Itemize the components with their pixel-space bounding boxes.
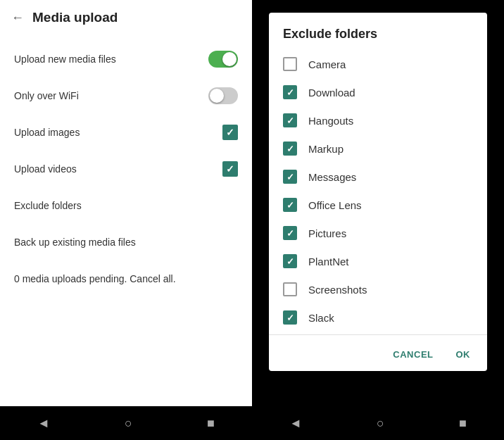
folder-checkbox-camera[interactable] (283, 57, 297, 71)
folder-label-markup: Markup (308, 143, 344, 155)
checkbox-upload-videos[interactable] (222, 161, 238, 177)
folder-label-screenshots: Screenshots (308, 284, 367, 296)
left-nav-recents-icon[interactable]: ■ (207, 416, 215, 431)
folder-label-download: Download (308, 87, 355, 99)
dialog-folder-item[interactable]: Messages (269, 163, 487, 191)
right-nav-home-icon[interactable]: ○ (377, 416, 384, 431)
dialog-folder-item[interactable]: Slack (269, 303, 487, 332)
folder-checkbox-pictures[interactable] (283, 226, 297, 240)
setting-back-up-existing[interactable]: Back up existing media files (0, 224, 252, 260)
dialog-divider (269, 334, 487, 335)
dialog-folder-item[interactable]: Markup (269, 134, 487, 163)
left-nav-home-icon[interactable]: ○ (125, 416, 132, 431)
folder-checkbox-plantnet[interactable] (283, 254, 297, 268)
folder-label-pictures: Pictures (308, 227, 346, 239)
folder-label-office-lens: Office Lens (308, 199, 362, 211)
toggle-only-wifi[interactable] (208, 87, 238, 104)
dialog-actions: CANCEL OK (269, 338, 487, 371)
setting-pending[interactable]: 0 media uploads pending. Cancel all. (0, 260, 252, 297)
left-panel: ← Media upload Upload new media files On… (0, 0, 252, 440)
setting-label-only-wifi: Only over WiFi (14, 90, 79, 101)
left-content: ← Media upload Upload new media files On… (0, 0, 252, 406)
dialog-folder-item[interactable]: Screenshots (269, 275, 487, 303)
header: ← Media upload (0, 0, 252, 35)
dialog-folder-item[interactable]: PlantNet (269, 247, 487, 275)
setting-label-upload-videos: Upload videos (14, 163, 77, 175)
dialog-folder-item[interactable]: Camera (269, 50, 487, 78)
right-nav-back-icon[interactable]: ◄ (289, 416, 302, 431)
dialog-folder-list: CameraDownloadHangoutsMarkupMessagesOffi… (269, 50, 487, 332)
left-nav-bar: ◄ ○ ■ (0, 406, 252, 440)
folder-label-camera: Camera (308, 58, 346, 70)
folder-checkbox-messages[interactable] (283, 170, 297, 184)
dialog-folder-item[interactable]: Office Lens (269, 191, 487, 219)
cancel-button[interactable]: CANCEL (384, 344, 441, 365)
exclude-folders-dialog: Exclude folders CameraDownloadHangoutsMa… (269, 13, 487, 371)
dialog-title: Exclude folders (269, 13, 487, 50)
toggle-upload-new[interactable] (208, 51, 238, 68)
setting-upload-videos[interactable]: Upload videos (0, 151, 252, 187)
dialog-folder-item[interactable]: Download (269, 78, 487, 106)
setting-upload-new[interactable]: Upload new media files (0, 41, 252, 77)
folder-label-hangouts: Hangouts (308, 115, 353, 127)
folder-checkbox-screenshots[interactable] (283, 282, 297, 296)
setting-exclude-folders[interactable]: Exclude folders (0, 187, 252, 224)
setting-only-wifi[interactable]: Only over WiFi (0, 77, 252, 114)
folder-checkbox-markup[interactable] (283, 142, 297, 156)
setting-label-upload-images: Upload images (14, 127, 80, 138)
setting-label-upload-new: Upload new media files (14, 54, 116, 65)
dialog-folder-item[interactable]: Hangouts (269, 106, 487, 134)
folder-label-slack: Slack (308, 312, 334, 324)
setting-label-back-up-existing: Back up existing media files (14, 237, 136, 248)
left-nav-back-icon[interactable]: ◄ (37, 416, 50, 431)
folder-checkbox-hangouts[interactable] (283, 113, 297, 127)
setting-upload-images[interactable]: Upload images (0, 114, 252, 151)
folder-checkbox-download[interactable] (283, 85, 297, 99)
ok-button[interactable]: OK (448, 344, 479, 365)
page-title: Media upload (32, 10, 118, 25)
toggle-knob-upload-new (222, 52, 237, 66)
folder-checkbox-slack[interactable] (283, 310, 297, 325)
checkbox-upload-images[interactable] (222, 125, 238, 140)
setting-label-exclude-folders: Exclude folders (14, 200, 82, 211)
dialog-folder-item[interactable]: Pictures (269, 219, 487, 247)
right-panel: Exclude folders CameraDownloadHangoutsMa… (252, 0, 504, 440)
folder-checkbox-office-lens[interactable] (283, 198, 297, 212)
right-nav-recents-icon[interactable]: ■ (459, 416, 467, 431)
setting-label-pending: 0 media uploads pending. Cancel all. (14, 273, 176, 284)
folder-label-plantnet: PlantNet (308, 256, 349, 268)
folder-label-messages: Messages (308, 171, 356, 183)
right-nav-bar: ◄ ○ ■ (252, 406, 504, 440)
back-button[interactable]: ← (11, 11, 24, 25)
toggle-knob-only-wifi (210, 89, 224, 103)
settings-list: Upload new media files Only over WiFi Up… (0, 35, 252, 303)
